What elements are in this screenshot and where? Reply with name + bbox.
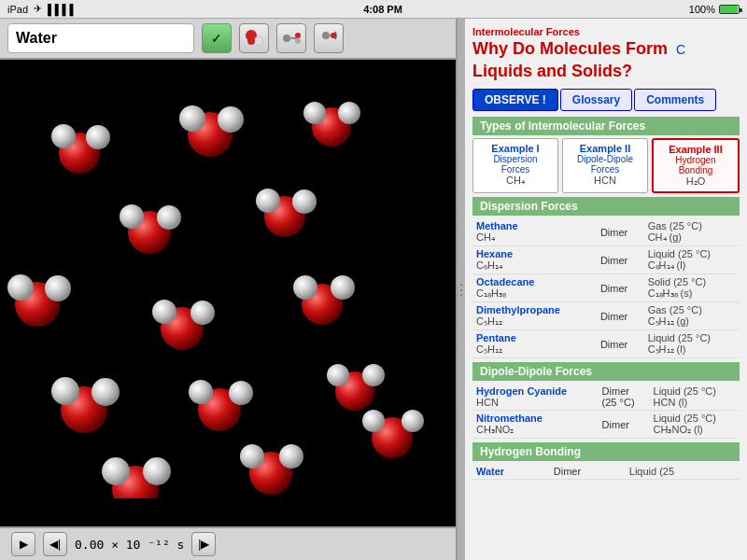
play-button[interactable]: ▶	[11, 532, 35, 556]
table-row[interactable]: DimethylpropaneC₅H₁₂ Dimer Gas (25 °C)C₅…	[472, 302, 740, 330]
compound-formula: C₆H₁₄	[476, 259, 502, 271]
h-atom	[256, 189, 280, 213]
h-atom	[327, 364, 349, 386]
dimer-label: Dimer	[600, 311, 627, 322]
state-formula: C₅H₁₂ (l)	[648, 343, 686, 355]
h-atom	[293, 275, 317, 300]
signal-bars: ▌▌▌▌	[48, 4, 77, 15]
h-atom	[179, 105, 205, 132]
rotate-button[interactable]	[314, 23, 344, 53]
h-atom	[143, 457, 171, 485]
h-atom	[362, 410, 385, 432]
state-formula: C₆H₁₄ (l)	[648, 259, 686, 271]
ex2-title: Example II	[567, 143, 643, 154]
state-info: Gas (25 °C)	[648, 220, 702, 231]
hbonding-section-header: Hydrogen Bonding	[472, 442, 740, 461]
ex2-subtitle: Dipole-DipoleForces	[567, 154, 643, 175]
svg-point-5	[295, 33, 301, 38]
hbonding-table: Water Dimer Liquid (25	[472, 464, 740, 480]
time-unit: s	[177, 538, 185, 552]
compound-formula: HCN	[476, 397, 499, 408]
state-info: Liquid (25 °C)	[648, 332, 711, 343]
example-row: Example I DispersionForces CH₄ Example I…	[472, 138, 740, 193]
dimer-label: Dimer	[600, 339, 627, 350]
main-title-line1: Why Do Molecules Form C	[472, 39, 685, 60]
status-left: iPad ✈ ▌▌▌▌	[7, 3, 77, 15]
h-atom	[331, 275, 355, 300]
compound-name: Water	[476, 466, 504, 477]
ex1-formula: CH₄	[477, 175, 554, 187]
tab-row: OBSERVE ! Glossary Comments	[472, 89, 740, 111]
tab-observe[interactable]: OBSERVE !	[472, 89, 558, 111]
example-iii-box[interactable]: Example III HydrogenBonding H₂O	[652, 138, 740, 193]
h-atom	[303, 102, 326, 124]
dispersion-table: MethaneCH₄ Dimer Gas (25 °C)CH₄ (g) Hexa…	[472, 218, 740, 358]
example-i-box[interactable]: Example I DispersionForces CH₄	[472, 138, 558, 193]
confirm-button[interactable]: ✓	[202, 23, 232, 53]
table-row[interactable]: NitromethaneCH₃NO₂ Dimer Liquid (25 °C)C…	[472, 411, 740, 439]
table-row[interactable]: Hydrogen CyanideHCN Dimer(25 °C) Liquid …	[472, 384, 740, 411]
ex1-subtitle: DispersionForces	[477, 154, 554, 175]
dipole-table: Hydrogen CyanideHCN Dimer(25 °C) Liquid …	[472, 384, 740, 439]
panel-divider[interactable]	[458, 19, 465, 560]
ex3-formula: H₂O	[657, 175, 734, 188]
reload-button[interactable]: C	[676, 42, 685, 57]
dimer-label: Dimer	[600, 227, 627, 238]
h-atom	[7, 274, 34, 301]
right-panel: Intermolecular Forces Why Do Molecules F…	[465, 19, 747, 560]
bond-button[interactable]	[276, 23, 306, 53]
ex3-title: Example III	[657, 144, 734, 155]
status-right: 100%	[689, 4, 740, 15]
compound-name: Pentane	[476, 332, 516, 343]
h-atom	[102, 457, 130, 485]
ipad-label: iPad	[7, 4, 28, 15]
h-atom	[120, 204, 144, 229]
status-bar: iPad ✈ ▌▌▌▌ 4:08 PM 100%	[0, 0, 747, 19]
battery-pct: 100%	[689, 4, 715, 15]
h-atom	[190, 301, 215, 325]
compound-name: Hydrogen Cyanide	[476, 385, 567, 397]
dimer-label: Dimer	[554, 466, 581, 477]
state-formula: CH₃NO₂ (l)	[654, 424, 703, 435]
table-row[interactable]: Water Dimer Liquid (25	[472, 464, 740, 480]
svg-point-2	[247, 37, 255, 45]
state-formula: C₅H₁₂ (g)	[648, 315, 689, 327]
time-display: 0.00 × 10 ⁻¹² s	[75, 538, 184, 552]
wifi-icon: ✈	[34, 3, 42, 15]
dimer-label: Dimer	[602, 419, 629, 430]
h-atom	[152, 300, 176, 324]
table-row[interactable]: PentaneC₅H₁₂ Dimer Liquid (25 °C)C₅H₁₂ (…	[472, 330, 740, 358]
h-atom	[338, 102, 360, 124]
state-info: Liquid (25 °C)	[648, 248, 711, 259]
h-atom	[92, 378, 120, 406]
state-info: Gas (25 °C)	[648, 304, 702, 315]
atom-button[interactable]	[239, 23, 269, 53]
dimer-label: Dimer	[600, 283, 627, 294]
tab-glossary[interactable]: Glossary	[560, 89, 632, 111]
h-atom	[51, 377, 79, 405]
tab-comments[interactable]: Comments	[634, 89, 716, 111]
svg-point-1	[254, 36, 263, 46]
compound-formula: C₅H₁₂	[476, 315, 502, 327]
compound-name: Nitromethane	[476, 413, 543, 424]
types-section-header: Types of Intermolecular Forces	[472, 117, 740, 135]
time-value: 0.00 × 10	[75, 538, 140, 552]
toolbar: Water ✓	[0, 19, 456, 60]
state-info: Liquid (25 °C)	[654, 385, 716, 397]
simulation-controls: ▶ ◀| 0.00 × 10 ⁻¹² s |▶	[0, 526, 456, 560]
h-atom	[229, 381, 253, 405]
compound-formula: CH₃NO₂	[476, 424, 514, 435]
h-atom	[362, 364, 385, 386]
table-row[interactable]: MethaneCH₄ Dimer Gas (25 °C)CH₄ (g)	[472, 218, 740, 246]
example-ii-box[interactable]: Example II Dipole-DipoleForces HCN	[562, 138, 648, 193]
dimer-label: Dimer	[600, 255, 627, 266]
step-fwd-button[interactable]: |▶	[191, 532, 216, 556]
status-time: 4:08 PM	[363, 4, 402, 15]
simulation-viewport	[0, 60, 456, 526]
state-info: Solid (25 °C)	[648, 276, 706, 287]
table-row[interactable]: OctadecaneC₁₈H₃₈ Dimer Solid (25 °C)C₁₈H…	[472, 274, 740, 302]
step-back-button[interactable]: ◀|	[43, 532, 67, 556]
compound-formula: CH₄	[476, 231, 495, 243]
table-row[interactable]: HexaneC₆H₁₄ Dimer Liquid (25 °C)C₆H₁₄ (l…	[472, 246, 740, 274]
svg-point-6	[295, 38, 301, 44]
